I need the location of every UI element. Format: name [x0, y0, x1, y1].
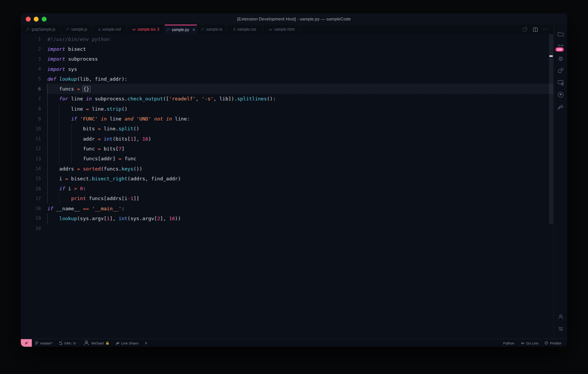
token-tx: bisect.	[68, 176, 92, 182]
token-tx: ]	[122, 146, 125, 152]
code-text: for line in subprocess.check_output(['re…	[47, 96, 276, 102]
tab-sample.py[interactable]: /*sample.py×	[165, 25, 197, 34]
live-share-icon[interactable]	[557, 103, 564, 110]
code-line-3[interactable]: 3import subprocess	[21, 54, 554, 64]
token-tx	[101, 136, 104, 142]
line-number: 14	[21, 166, 41, 171]
code-line-12[interactable]: 12 func = bits[7]	[21, 144, 554, 153]
status-language-mode[interactable]: Python	[500, 339, 518, 347]
status-bolt[interactable]	[141, 339, 151, 347]
token-tx: subprocess	[65, 56, 98, 62]
code-text: if i > 0:	[47, 186, 86, 191]
vscode-window: [Extension Development Host] - sample.py…	[21, 13, 567, 347]
code-line-7[interactable]: 7 for line in subprocess.check_output(['…	[21, 94, 554, 104]
tab-label: sample.tsx	[138, 27, 156, 31]
code-line-19[interactable]: 19 lookup(sys.argv[1], int(sys.argv[2], …	[21, 213, 554, 223]
tsx-file-icon: <>	[132, 28, 135, 31]
tab-sample.css[interactable]: #sample.css	[227, 25, 263, 34]
debug-icon[interactable]	[557, 55, 564, 62]
tab-sample.html[interactable]: <>sample.html	[263, 25, 300, 34]
extensions-icon[interactable]	[557, 67, 564, 74]
code-line-16[interactable]: 16 if i > 0:	[21, 183, 554, 193]
token-fn: check_output	[127, 96, 163, 102]
token-op: =	[98, 136, 101, 142]
tab-label: sample.js	[71, 27, 87, 31]
code-line-10[interactable]: 10 bits = line.split()	[21, 124, 554, 134]
close-tab-icon[interactable]: ×	[192, 28, 195, 32]
token-kw: if	[47, 206, 53, 211]
open-changes-icon[interactable]	[522, 27, 528, 32]
status-user[interactable]: Michael	[80, 339, 113, 347]
tab-gulpSample.js[interactable]: /*gulpSample.js	[21, 25, 61, 34]
status-live-share[interactable]: Live Share	[113, 339, 141, 347]
more-actions-icon[interactable]: ···	[543, 27, 548, 32]
token-tx: addrs	[47, 166, 77, 172]
token-okw: and	[125, 116, 133, 122]
scrollbar[interactable]	[549, 34, 553, 224]
code-line-15[interactable]: 15 i = bisect.bisect_right(addrs, find_a…	[21, 174, 554, 183]
explorer-icon[interactable]	[557, 31, 564, 38]
code-line-20[interactable]: 20	[21, 224, 554, 233]
status-go-live[interactable]: Go Live	[518, 339, 542, 347]
code-text: lookup(sys.argv[1], int(sys.argv[2], 16)…	[47, 216, 181, 221]
account-icon[interactable]	[557, 313, 564, 320]
token-tx: func	[47, 146, 98, 152]
line-number: 10	[21, 126, 41, 131]
tab-sample.ts[interactable]: /*sample.ts	[197, 25, 227, 34]
code-line-11[interactable]: 11 addr = int(bits[1], 16)	[21, 134, 554, 144]
token-str: 'FUNC'	[80, 116, 98, 122]
line-number: 8	[21, 106, 41, 111]
minimize-button[interactable]	[34, 17, 39, 22]
status-git-sync[interactable]: 548↓ 0↑	[56, 339, 80, 347]
token-kw: import	[47, 56, 65, 62]
source-control-icon[interactable]: 10K	[557, 43, 564, 50]
css-file-icon: #	[233, 28, 235, 31]
code-line-4[interactable]: 4import sys	[21, 64, 554, 74]
tab-sample.js[interactable]: /*sample.js	[61, 25, 92, 34]
token-tx	[47, 116, 71, 122]
token-tx: i	[65, 186, 74, 191]
github-icon[interactable]	[557, 91, 564, 98]
token-op: =	[77, 86, 80, 92]
code-line-17[interactable]: 17 print funcs[addrs[i-1]]	[21, 194, 554, 203]
settings-icon[interactable]	[557, 325, 564, 332]
code-line-5[interactable]: 5def lookup(lib, find_addr):	[21, 74, 554, 84]
split-editor-icon[interactable]	[533, 27, 538, 32]
code-line-6[interactable]: 6 funcs = {}	[21, 84, 554, 94]
code-line-1[interactable]: 1#!/usr/bin/env python	[21, 34, 554, 44]
token-tx: funcs	[47, 86, 77, 92]
broadcast-icon	[521, 341, 525, 345]
code-line-2[interactable]: 2import bisect	[21, 44, 554, 54]
token-kw: for	[59, 96, 68, 102]
token-op: =	[86, 106, 89, 112]
close-button[interactable]	[26, 17, 31, 22]
token-tx: ())	[133, 166, 142, 172]
tab-sample.md[interactable]: ≣sample.md	[92, 25, 127, 34]
token-str: '-s'	[202, 96, 213, 102]
status-remote-indicator[interactable]	[21, 339, 32, 347]
token-num: 0	[80, 186, 83, 191]
title-bar[interactable]: [Extension Development Host] - sample.py…	[21, 13, 567, 25]
code-line-9[interactable]: 9 if 'FUNC' in line and 'UND' not in lin…	[21, 114, 554, 124]
js-file-icon: /*	[66, 28, 69, 31]
status-prettier[interactable]: Prettier	[541, 339, 565, 347]
code-editor[interactable]: 1#!/usr/bin/env python2import bisect3imp…	[21, 34, 554, 339]
token-tx: :	[122, 206, 125, 211]
code-line-18[interactable]: 18if __name__ == '__main__':	[21, 203, 554, 213]
status-git-branch[interactable]: master*	[32, 339, 56, 347]
line-number: 7	[21, 96, 41, 102]
code-text: func = bits[7]	[47, 146, 125, 152]
remote-explorer-icon[interactable]	[557, 79, 564, 86]
zoom-button[interactable]	[42, 17, 47, 22]
token-fn: splitlines	[237, 96, 267, 102]
activity-bar: 10K	[554, 25, 567, 339]
token-fn: strip	[107, 106, 122, 112]
token-tx: line	[107, 116, 125, 122]
code-line-14[interactable]: 14 addrs = sorted(funcs.keys())	[21, 164, 554, 174]
token-tx	[47, 186, 59, 191]
tab-sample.tsx[interactable]: <>sample.tsx3	[127, 25, 165, 34]
code-line-13[interactable]: 13 funcs[addr] = func	[21, 154, 554, 164]
tab-label: sample.html	[274, 27, 295, 31]
person-icon	[83, 340, 90, 346]
code-line-8[interactable]: 8 line = line.strip()	[21, 104, 554, 114]
